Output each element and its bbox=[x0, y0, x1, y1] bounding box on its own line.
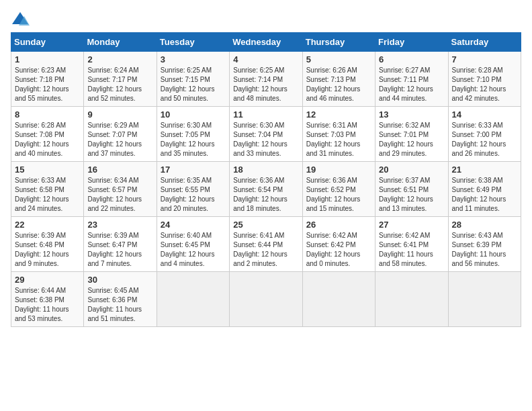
day-info: Sunrise: 6:31 AMSunset: 7:03 PMDaylight:… bbox=[306, 122, 361, 157]
calendar-cell bbox=[230, 272, 302, 327]
day-info: Sunrise: 6:42 AMSunset: 6:41 PMDaylight:… bbox=[379, 232, 433, 267]
calendar-cell: 11 Sunrise: 6:30 AMSunset: 7:04 PMDaylig… bbox=[230, 107, 302, 162]
calendar-cell bbox=[448, 272, 521, 327]
calendar-cell: 26 Sunrise: 6:42 AMSunset: 6:42 PMDaylig… bbox=[302, 217, 375, 272]
calendar-cell: 18 Sunrise: 6:36 AMSunset: 6:54 PMDaylig… bbox=[230, 162, 302, 217]
calendar-week-1: 1 Sunrise: 6:23 AMSunset: 7:18 PMDayligh… bbox=[11, 52, 521, 107]
day-number: 13 bbox=[379, 109, 444, 120]
calendar-cell: 1 Sunrise: 6:23 AMSunset: 7:18 PMDayligh… bbox=[11, 52, 84, 107]
calendar-cell bbox=[157, 272, 229, 327]
calendar-cell: 28 Sunrise: 6:43 AMSunset: 6:39 PMDaylig… bbox=[448, 217, 521, 272]
day-number: 7 bbox=[452, 54, 517, 64]
calendar-cell bbox=[302, 272, 375, 327]
calendar-cell: 13 Sunrise: 6:32 AMSunset: 7:01 PMDaylig… bbox=[375, 107, 448, 162]
day-number: 6 bbox=[379, 54, 444, 64]
day-info: Sunrise: 6:36 AMSunset: 6:54 PMDaylight:… bbox=[233, 177, 287, 212]
day-info: Sunrise: 6:45 AMSunset: 6:36 PMDaylight:… bbox=[87, 287, 142, 322]
calendar-week-5: 29 Sunrise: 6:44 AMSunset: 6:38 PMDaylig… bbox=[11, 272, 521, 327]
day-info: Sunrise: 6:24 AMSunset: 7:17 PMDaylight:… bbox=[87, 66, 142, 102]
logo-icon bbox=[11, 11, 30, 27]
weekday-header-thursday: Thursday bbox=[302, 33, 375, 52]
day-info: Sunrise: 6:23 AMSunset: 7:18 PMDaylight:… bbox=[15, 66, 69, 102]
calendar-cell: 16 Sunrise: 6:34 AMSunset: 6:57 PMDaylig… bbox=[84, 162, 157, 217]
calendar-cell: 21 Sunrise: 6:38 AMSunset: 6:49 PMDaylig… bbox=[448, 162, 521, 217]
day-number: 12 bbox=[306, 109, 371, 120]
weekday-header-monday: Monday bbox=[84, 33, 157, 52]
page-header bbox=[11, 11, 521, 27]
weekday-header-friday: Friday bbox=[375, 33, 448, 52]
calendar-cell: 27 Sunrise: 6:42 AMSunset: 6:41 PMDaylig… bbox=[375, 217, 448, 272]
day-info: Sunrise: 6:39 AMSunset: 6:48 PMDaylight:… bbox=[15, 232, 69, 267]
day-info: Sunrise: 6:25 AMSunset: 7:14 PMDaylight:… bbox=[233, 66, 287, 102]
day-info: Sunrise: 6:41 AMSunset: 6:44 PMDaylight:… bbox=[233, 232, 287, 267]
day-number: 9 bbox=[87, 109, 152, 120]
calendar-cell: 19 Sunrise: 6:36 AMSunset: 6:52 PMDaylig… bbox=[302, 162, 375, 217]
day-number: 21 bbox=[452, 165, 517, 175]
day-number: 4 bbox=[233, 54, 298, 64]
day-info: Sunrise: 6:39 AMSunset: 6:47 PMDaylight:… bbox=[87, 232, 142, 267]
day-number: 25 bbox=[233, 220, 298, 230]
day-info: Sunrise: 6:30 AMSunset: 7:04 PMDaylight:… bbox=[233, 122, 287, 157]
calendar-cell: 14 Sunrise: 6:33 AMSunset: 7:00 PMDaylig… bbox=[448, 107, 521, 162]
day-info: Sunrise: 6:27 AMSunset: 7:11 PMDaylight:… bbox=[379, 66, 433, 102]
calendar-cell: 6 Sunrise: 6:27 AMSunset: 7:11 PMDayligh… bbox=[375, 52, 448, 107]
day-number: 16 bbox=[87, 165, 152, 175]
calendar-week-4: 22 Sunrise: 6:39 AMSunset: 6:48 PMDaylig… bbox=[11, 217, 521, 272]
weekday-header-wednesday: Wednesday bbox=[230, 33, 302, 52]
calendar-cell: 25 Sunrise: 6:41 AMSunset: 6:44 PMDaylig… bbox=[230, 217, 302, 272]
calendar-cell: 3 Sunrise: 6:25 AMSunset: 7:15 PMDayligh… bbox=[157, 52, 229, 107]
calendar-table: SundayMondayTuesdayWednesdayThursdayFrid… bbox=[11, 32, 521, 327]
day-info: Sunrise: 6:25 AMSunset: 7:15 PMDaylight:… bbox=[161, 66, 215, 102]
weekday-header-tuesday: Tuesday bbox=[157, 33, 229, 52]
day-number: 2 bbox=[87, 54, 152, 64]
day-info: Sunrise: 6:43 AMSunset: 6:39 PMDaylight:… bbox=[452, 232, 506, 267]
day-info: Sunrise: 6:42 AMSunset: 6:42 PMDaylight:… bbox=[306, 232, 361, 267]
calendar-cell: 9 Sunrise: 6:29 AMSunset: 7:07 PMDayligh… bbox=[84, 107, 157, 162]
weekday-header-saturday: Saturday bbox=[448, 33, 521, 52]
day-number: 22 bbox=[15, 220, 80, 230]
day-number: 3 bbox=[161, 54, 226, 64]
weekday-header-sunday: Sunday bbox=[11, 33, 84, 52]
day-info: Sunrise: 6:38 AMSunset: 6:49 PMDaylight:… bbox=[452, 177, 506, 212]
day-number: 5 bbox=[306, 54, 371, 64]
calendar-cell: 24 Sunrise: 6:40 AMSunset: 6:45 PMDaylig… bbox=[157, 217, 229, 272]
day-info: Sunrise: 6:34 AMSunset: 6:57 PMDaylight:… bbox=[87, 177, 142, 212]
calendar-week-3: 15 Sunrise: 6:33 AMSunset: 6:58 PMDaylig… bbox=[11, 162, 521, 217]
day-number: 30 bbox=[87, 275, 152, 285]
calendar-cell: 17 Sunrise: 6:35 AMSunset: 6:55 PMDaylig… bbox=[157, 162, 229, 217]
day-number: 24 bbox=[161, 220, 226, 230]
calendar-cell: 12 Sunrise: 6:31 AMSunset: 7:03 PMDaylig… bbox=[302, 107, 375, 162]
day-number: 20 bbox=[379, 165, 444, 175]
calendar-cell: 22 Sunrise: 6:39 AMSunset: 6:48 PMDaylig… bbox=[11, 217, 84, 272]
day-number: 1 bbox=[15, 54, 80, 64]
day-number: 15 bbox=[15, 165, 80, 175]
calendar-cell: 4 Sunrise: 6:25 AMSunset: 7:14 PMDayligh… bbox=[230, 52, 302, 107]
day-info: Sunrise: 6:44 AMSunset: 6:38 PMDaylight:… bbox=[15, 287, 69, 322]
calendar-cell: 20 Sunrise: 6:37 AMSunset: 6:51 PMDaylig… bbox=[375, 162, 448, 217]
day-number: 18 bbox=[233, 165, 298, 175]
day-number: 11 bbox=[233, 109, 298, 120]
calendar-cell: 23 Sunrise: 6:39 AMSunset: 6:47 PMDaylig… bbox=[84, 217, 157, 272]
calendar-week-2: 8 Sunrise: 6:28 AMSunset: 7:08 PMDayligh… bbox=[11, 107, 521, 162]
calendar-cell: 30 Sunrise: 6:45 AMSunset: 6:36 PMDaylig… bbox=[84, 272, 157, 327]
calendar-cell bbox=[375, 272, 448, 327]
day-number: 23 bbox=[87, 220, 152, 230]
day-info: Sunrise: 6:40 AMSunset: 6:45 PMDaylight:… bbox=[161, 232, 215, 267]
day-number: 14 bbox=[452, 109, 517, 120]
day-info: Sunrise: 6:36 AMSunset: 6:52 PMDaylight:… bbox=[306, 177, 361, 212]
calendar-cell: 8 Sunrise: 6:28 AMSunset: 7:08 PMDayligh… bbox=[11, 107, 84, 162]
day-info: Sunrise: 6:26 AMSunset: 7:13 PMDaylight:… bbox=[306, 66, 361, 102]
day-number: 8 bbox=[15, 109, 80, 120]
day-number: 17 bbox=[161, 165, 226, 175]
day-info: Sunrise: 6:30 AMSunset: 7:05 PMDaylight:… bbox=[161, 122, 215, 157]
day-info: Sunrise: 6:33 AMSunset: 6:58 PMDaylight:… bbox=[15, 177, 69, 212]
day-info: Sunrise: 6:37 AMSunset: 6:51 PMDaylight:… bbox=[379, 177, 433, 212]
calendar-cell: 29 Sunrise: 6:44 AMSunset: 6:38 PMDaylig… bbox=[11, 272, 84, 327]
calendar-cell: 2 Sunrise: 6:24 AMSunset: 7:17 PMDayligh… bbox=[84, 52, 157, 107]
day-info: Sunrise: 6:29 AMSunset: 7:07 PMDaylight:… bbox=[87, 122, 142, 157]
calendar-cell: 7 Sunrise: 6:28 AMSunset: 7:10 PMDayligh… bbox=[448, 52, 521, 107]
day-info: Sunrise: 6:35 AMSunset: 6:55 PMDaylight:… bbox=[161, 177, 215, 212]
calendar-cell: 10 Sunrise: 6:30 AMSunset: 7:05 PMDaylig… bbox=[157, 107, 229, 162]
day-number: 27 bbox=[379, 220, 444, 230]
day-info: Sunrise: 6:28 AMSunset: 7:08 PMDaylight:… bbox=[15, 122, 69, 157]
